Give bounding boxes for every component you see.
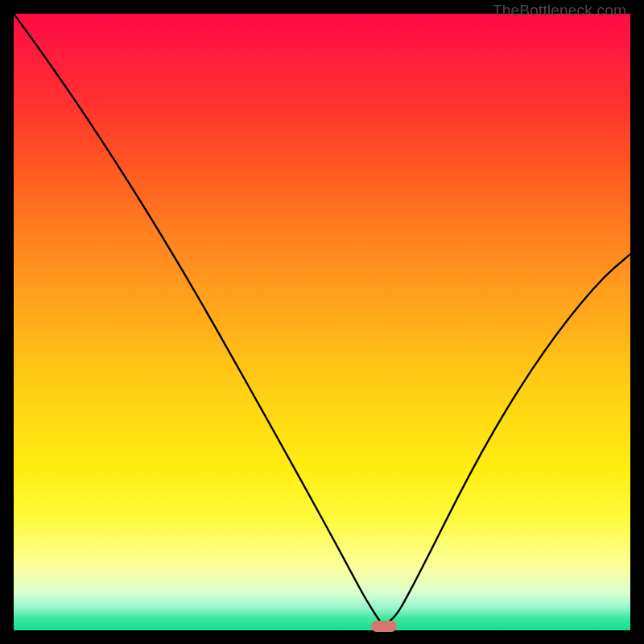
chart-frame: TheBottleneck.com xyxy=(0,0,644,644)
bottleneck-curve xyxy=(14,14,630,630)
plot-area xyxy=(14,14,630,630)
optimum-marker xyxy=(371,621,397,632)
watermark-text: TheBottleneck.com xyxy=(493,2,626,19)
